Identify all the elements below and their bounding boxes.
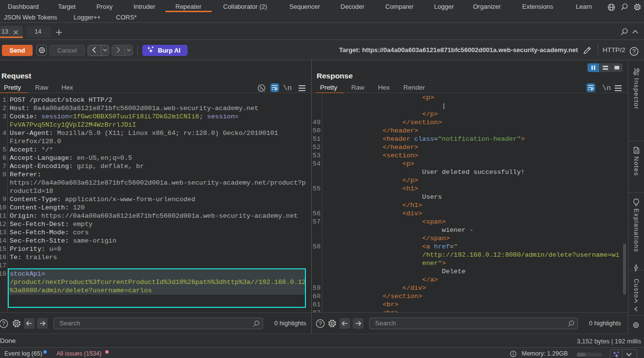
svg-text:?: ?: [2, 320, 5, 327]
svg-text:?: ?: [319, 320, 322, 327]
svg-text:?: ?: [632, 48, 636, 55]
